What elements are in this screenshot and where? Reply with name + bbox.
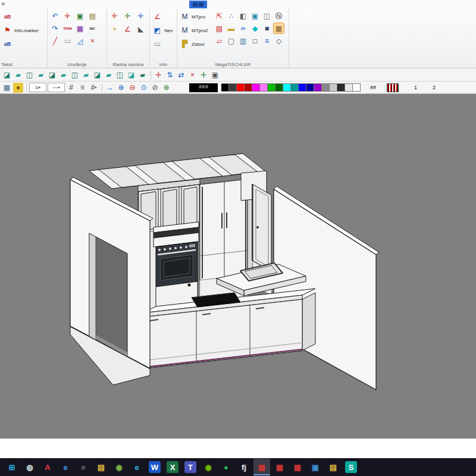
separator[interactable]	[149, 70, 152, 80]
nvidia-icon[interactable]: ◉	[200, 459, 217, 475]
color-swatch[interactable]	[337, 83, 345, 92]
word-icon[interactable]: W	[146, 459, 163, 475]
workplane-xy-icon[interactable]: ✛	[109, 11, 120, 21]
edge-icon[interactable]: e	[57, 459, 74, 475]
cube-outline-icon[interactable]: □	[250, 36, 260, 46]
info-marker-button[interactable]: ⚑ Info-marker	[2, 24, 45, 36]
app-blue-icon[interactable]: ▣	[307, 459, 324, 475]
folder-icon[interactable]: ▤	[93, 459, 109, 475]
ruler-icon[interactable]: ▭	[152, 38, 174, 50]
view-front-icon[interactable]: ◫	[24, 70, 35, 80]
circle-n-icon[interactable]: Ⓝ	[274, 11, 284, 21]
separator[interactable]	[24, 83, 28, 93]
s-app-icon[interactable]: S	[343, 459, 359, 475]
pattern-icon[interactable]: ▦	[75, 23, 85, 33]
erase-icon[interactable]: ▭	[62, 36, 73, 46]
mtpro2-button[interactable]: M MTpro2	[180, 24, 212, 36]
megacad-icon[interactable]: ▦	[253, 459, 270, 475]
titlebar-app-button[interactable]	[189, 1, 207, 8]
diamond-icon[interactable]: ◆	[250, 23, 260, 33]
sheet-icon[interactable]: ▱	[214, 36, 224, 46]
color-swatch[interactable]	[353, 83, 361, 92]
nev-button[interactable]: ◩ Nev	[152, 24, 174, 36]
view-iso-icon[interactable]: ◪	[2, 70, 12, 80]
spotify-icon[interactable]: ●	[218, 459, 234, 475]
drawing-viewport[interactable]	[0, 94, 476, 439]
arrow-icon[interactable]: →	[105, 83, 115, 93]
panel-icon[interactable]: ▥	[238, 36, 248, 46]
stack-icon[interactable]: ≡	[262, 36, 272, 46]
color-swatch[interactable]	[221, 83, 229, 92]
workplane-add-icon[interactable]: +	[109, 24, 120, 34]
color-swatch[interactable]	[345, 83, 353, 92]
to-2d-button[interactable]: 2D	[238, 23, 248, 33]
cube-move-icon[interactable]: ⇱	[214, 11, 224, 21]
color-swatch[interactable]	[275, 83, 283, 92]
separator[interactable]	[100, 83, 104, 93]
arrows-vertical-icon[interactable]: ⇅	[165, 70, 175, 80]
view-pan-icon[interactable]: ▰	[104, 70, 114, 80]
view-bottom-icon[interactable]: ▰	[58, 70, 68, 80]
workplane-free-icon[interactable]: ◣	[136, 24, 146, 34]
zoom-prev-icon[interactable]: ⊕	[161, 83, 171, 93]
megacad2-icon[interactable]: ▦	[271, 459, 288, 475]
board-icon[interactable]: ▬	[226, 23, 236, 33]
axes-green-icon[interactable]: ✛	[199, 70, 209, 80]
color-swatch[interactable]	[237, 83, 245, 92]
color-swatch[interactable]	[252, 83, 260, 92]
frame-icon[interactable]: ◫	[262, 11, 272, 21]
app-dark-icon[interactable]: ■	[75, 459, 92, 475]
hash-icon[interactable]: #	[66, 83, 76, 93]
zoom-out-icon[interactable]: ⊖	[127, 83, 137, 93]
view-axo-icon[interactable]: ▰	[137, 70, 148, 80]
zidovi-button[interactable]: ▛ Zidovi	[180, 38, 212, 50]
color-swatch[interactable]	[268, 83, 275, 92]
cube-small-icon[interactable]: ▣	[210, 70, 220, 80]
diamond-outline-icon[interactable]: ◇	[274, 36, 284, 46]
color-swatch[interactable]	[291, 83, 299, 92]
hash-select[interactable]: #▾	[89, 83, 99, 93]
layer-select[interactable]: ≡▾	[29, 83, 46, 92]
paste-icon[interactable]: ▤	[87, 11, 98, 21]
start-button[interactable]: ⊞	[4, 459, 20, 475]
view-rotate-icon[interactable]: ◪	[92, 70, 102, 80]
cortana-icon[interactable]: ◍	[21, 459, 38, 475]
menu-fragment[interactable]: e	[2, 1, 5, 7]
list-icon[interactable]: ≡	[77, 83, 87, 93]
workplane-yz-icon[interactable]: ✛	[123, 11, 133, 21]
color-swatch[interactable]	[260, 83, 268, 92]
text-block-icon[interactable]: aB	[2, 38, 45, 50]
color-swatch[interactable]	[299, 83, 306, 92]
color-swatch[interactable]	[306, 83, 314, 92]
teams-icon[interactable]: T	[182, 459, 199, 475]
grid-icon[interactable]: ▦	[2, 83, 12, 93]
solid-cube-icon[interactable]: ■	[262, 23, 272, 33]
megacad3-icon[interactable]: ▦	[289, 459, 306, 475]
trim-button[interactable]: TRIM	[62, 23, 73, 33]
view-back-icon[interactable]: ◪	[47, 70, 57, 80]
workplane-zx-icon[interactable]: ✛	[136, 11, 146, 21]
cube-light-icon[interactable]: ▢	[226, 36, 236, 46]
view-side-icon[interactable]: ▰	[36, 70, 46, 80]
delete-icon[interactable]: ×	[87, 36, 98, 46]
half-cube-icon[interactable]: ◧	[238, 11, 248, 21]
chrome-icon[interactable]: ◉	[111, 459, 127, 475]
cube-pair-icon[interactable]: ▣	[250, 11, 260, 21]
color-swatch[interactable]	[314, 83, 322, 92]
cube-extrude-icon[interactable]: ▤	[214, 23, 224, 33]
measure-angle-icon[interactable]: ∠	[152, 11, 174, 23]
excel-icon[interactable]: X	[164, 459, 181, 475]
view-zoom-icon[interactable]: ◫	[115, 70, 125, 80]
linestyle-select[interactable]: —▾	[48, 83, 65, 92]
color-swatch[interactable]	[229, 83, 237, 92]
view-top-icon[interactable]: ▰	[13, 70, 23, 80]
color-swatch[interactable]	[283, 83, 291, 92]
folder2-icon[interactable]: ▤	[325, 459, 342, 475]
copy-icon[interactable]: ▣	[75, 11, 85, 21]
view-3d-icon[interactable]: ◪	[126, 70, 136, 80]
workplane-angle-icon[interactable]: ∠	[123, 24, 133, 34]
zoom-window-icon[interactable]: ⊙	[139, 83, 149, 93]
undo-icon[interactable]: ↶	[50, 11, 60, 21]
sheet-number-1[interactable]: 1	[414, 84, 417, 90]
color-swatch[interactable]	[245, 83, 252, 92]
